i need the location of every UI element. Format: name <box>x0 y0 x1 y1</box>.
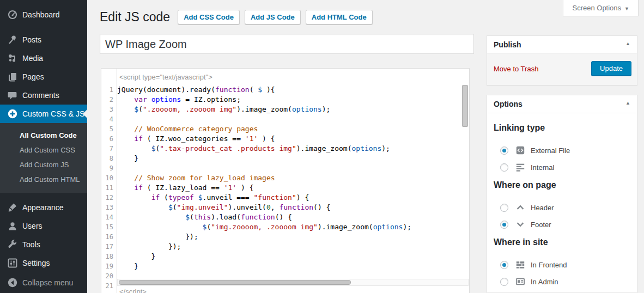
script-open-tag: <script type="text/javascript"> <box>119 73 212 81</box>
page-header: Edit JS code Add CSS CodeAdd JS CodeAdd … <box>100 9 378 25</box>
radio-in-frontend[interactable] <box>500 261 508 269</box>
code-line[interactable]: 9 <box>101 163 461 173</box>
sidebar-item-label: Media <box>22 54 43 63</box>
radio-external-file[interactable] <box>500 146 508 155</box>
wrench-icon <box>7 239 18 250</box>
options-panel: Options ▲ Linking typeExternal FileInter… <box>487 95 637 293</box>
code-editor[interactable]: <script type="text/javascript"> 1jQuery(… <box>101 68 470 293</box>
add-css-code-button[interactable]: Add CSS Code <box>178 10 240 25</box>
option-choice-label: Internal <box>531 163 554 172</box>
sidebar-item-comments[interactable]: Comments <box>0 86 87 105</box>
code-text: // WooCommerce category pages <box>117 125 258 133</box>
submenu-item-all-custom-code[interactable]: All Custom Code <box>0 127 87 142</box>
option-choice-in-frontend[interactable]: In Frontend <box>500 259 630 270</box>
code-line[interactable]: 12 if (typeof $.unveil === "function") { <box>101 193 461 203</box>
sidebar-item-users[interactable]: Users <box>0 217 87 235</box>
code-text: $(this).load(function() { <box>117 213 292 221</box>
code-line[interactable]: 19 } <box>101 261 461 271</box>
admin-sidebar: DashboardPostsMediaPagesCommentsCustom C… <box>0 0 87 293</box>
code-line[interactable]: 18 } <box>101 252 461 261</box>
code-line[interactable]: 11 if ( IZ.lazy_load == '1' ) { <box>101 183 461 193</box>
add-js-code-button[interactable]: Add JS Code <box>245 10 301 25</box>
sidebar-item-settings[interactable]: Settings <box>0 254 87 272</box>
brush-icon <box>7 202 18 213</box>
line-number: 7 <box>101 144 113 154</box>
line-number: 9 <box>101 163 113 173</box>
code-line[interactable]: 7 $(".tax-product_cat .products img").im… <box>101 144 461 154</box>
sidebar-item-dashboard[interactable]: Dashboard <box>0 5 87 24</box>
option-choice-in-admin[interactable]: In Admin <box>500 276 630 287</box>
option-choice-external-file[interactable]: External File <box>500 145 630 156</box>
line-number: 10 <box>101 173 113 183</box>
code-line[interactable]: 3 $(".zoooom, .zoooom img").image_zoom(o… <box>101 105 461 114</box>
code-text: }); <box>117 242 181 251</box>
options-panel-header[interactable]: Options ▲ <box>487 95 637 113</box>
sidebar-item-tools[interactable]: Tools <box>0 235 87 254</box>
sidebar-item-custom-css-js[interactable]: Custom CSS & JS <box>0 105 87 123</box>
update-button[interactable]: Update <box>591 61 631 76</box>
collapse-triangle-icon[interactable]: ▲ <box>625 100 630 106</box>
option-section-heading: Linking type <box>494 123 630 133</box>
sidebar-item-media[interactable]: Media <box>0 49 87 68</box>
code-line[interactable]: 13 $("img.unveil").unveil(0, function() … <box>101 203 461 212</box>
code-line[interactable]: 16 }); <box>101 232 461 242</box>
code-line[interactable]: 6 if ( IZ.woo_categories == '1' ) { <box>101 134 461 144</box>
collapse-triangle-icon[interactable]: ▲ <box>625 41 630 46</box>
option-choice-footer[interactable]: Footer <box>500 219 630 230</box>
sidebar-item-pages[interactable]: Pages <box>0 68 87 86</box>
sidebar-item-label: Custom CSS & JS <box>22 109 84 118</box>
submenu-item-add-custom-css[interactable]: Add Custom CSS <box>0 142 87 157</box>
code-line[interactable]: 2 var options = IZ.options; <box>101 95 461 105</box>
options-panel-title: Options <box>494 100 523 108</box>
code-line[interactable]: 15 $("img.zoooom, .zoooom img").image_zo… <box>101 222 461 232</box>
sidebar-item-label: Users <box>22 222 42 230</box>
submenu-item-add-custom-html[interactable]: Add Custom HTML <box>0 172 87 186</box>
code-text: $("img.unveil").unveil(0, function() { <box>117 203 330 211</box>
option-choice-internal[interactable]: Internal <box>500 162 630 173</box>
collapse-icon <box>7 277 18 288</box>
code-text: } <box>117 154 138 162</box>
code-line[interactable]: 8 } <box>101 154 461 163</box>
sidebar-item-label: Tools <box>22 240 40 249</box>
screen-options-tab[interactable]: Screen Options▼ <box>563 0 639 16</box>
radio-internal[interactable] <box>500 163 508 172</box>
radio-footer[interactable] <box>500 221 508 229</box>
code-text: // Show zoom for lazy_load images <box>117 174 275 182</box>
code-text: $("img.zoooom, .zoooom img").image_zoom(… <box>117 223 411 231</box>
sidebar-item-appearance[interactable]: Appearance <box>0 198 87 217</box>
code-line[interactable]: 5 // WooCommerce category pages <box>101 124 461 134</box>
radio-header[interactable] <box>500 204 508 212</box>
code-text: jQuery(document).ready(function( $ ){ <box>117 86 275 94</box>
line-number: 13 <box>101 203 113 212</box>
code-line[interactable]: 4 <box>101 114 461 124</box>
line-number: 4 <box>101 114 113 124</box>
vertical-scrollbar[interactable] <box>462 85 468 127</box>
collapse-menu-button[interactable]: Collapse menu <box>0 273 87 292</box>
page-title: Edit JS code <box>100 9 170 25</box>
line-number: 16 <box>101 232 113 242</box>
sidebar-submenu: All Custom CodeAdd Custom CSSAdd Custom … <box>0 123 87 193</box>
submenu-item-add-custom-js[interactable]: Add Custom JS <box>0 157 87 172</box>
code-line[interactable]: 17 }); <box>101 242 461 252</box>
option-choice-label: In Frontend <box>531 261 567 269</box>
code-line[interactable]: 10 // Show zoom for lazy_load images <box>101 173 461 183</box>
radio-in-admin[interactable] <box>500 278 508 286</box>
layout-icon <box>515 260 525 270</box>
line-number: 8 <box>101 154 113 163</box>
code-line[interactable]: 14 $(this).load(function() { <box>101 212 461 222</box>
code-lines[interactable]: 1jQuery(document).ready(function( $ ){2 … <box>101 85 461 291</box>
line-number: 15 <box>101 222 113 232</box>
publish-panel-header[interactable]: Publish ▲ <box>487 36 637 54</box>
move-to-trash-link[interactable]: Move to Trash <box>494 65 538 73</box>
sidebar-item-label: Dashboard <box>22 10 60 19</box>
line-number: 2 <box>101 95 113 105</box>
add-html-code-button[interactable]: Add HTML Code <box>306 10 373 25</box>
option-choice-header[interactable]: Header <box>500 202 630 213</box>
title-input[interactable] <box>100 34 474 54</box>
horizontal-scrollbar-thumb[interactable] <box>119 280 351 285</box>
code-line[interactable]: 1jQuery(document).ready(function( $ ){ <box>101 85 461 95</box>
title-actions: Add CSS CodeAdd JS CodeAdd HTML Code <box>178 10 378 25</box>
sidebar-item-label: Comments <box>22 91 59 100</box>
sidebar-item-posts[interactable]: Posts <box>0 30 87 49</box>
horizontal-scrollbar-track[interactable] <box>117 279 469 286</box>
